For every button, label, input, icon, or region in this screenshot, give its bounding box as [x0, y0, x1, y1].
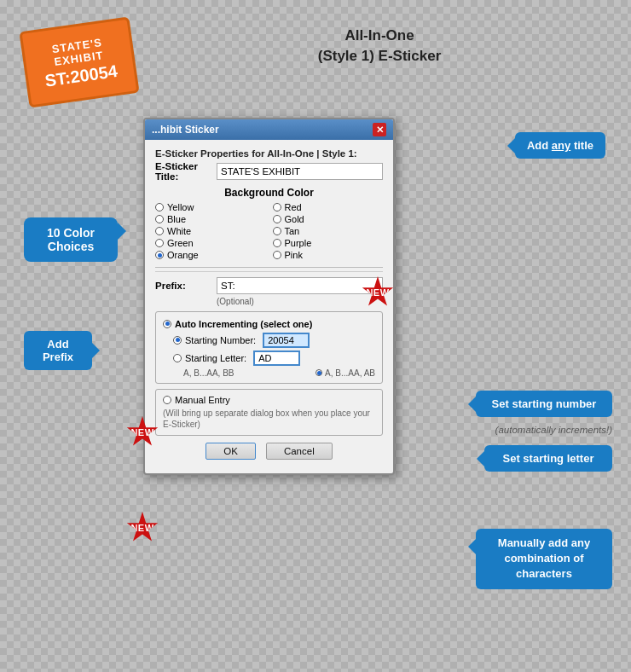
prefix-label: Prefix: — [155, 281, 217, 291]
new-badge-letter-text: NEW — [126, 416, 159, 449]
radio-pink[interactable] — [273, 251, 281, 259]
color-pink[interactable]: Pink — [273, 250, 384, 260]
color-green-label: Green — [167, 238, 194, 248]
color-tan-label: Tan — [285, 226, 300, 236]
color-white-label: White — [167, 226, 191, 236]
callout-title: Add any title — [515, 132, 605, 159]
color-yellow[interactable]: Yellow — [155, 202, 266, 212]
callout-title-text: Add any title — [527, 139, 593, 152]
callout-colors-text: 10 ColorChoices — [47, 226, 95, 253]
color-section: Background Color Yellow Red Blue Gold — [155, 187, 383, 260]
color-gold-label: Gold — [285, 214, 304, 224]
new-badge-colors: NEW — [362, 276, 394, 309]
radio-red[interactable] — [273, 203, 281, 211]
starting-number-label: Starting Number: — [185, 335, 256, 345]
starting-number-input[interactable] — [263, 333, 310, 348]
radio-manual[interactable] — [163, 396, 171, 404]
callout-manual: Manually add anycombination ofcharacters — [476, 529, 612, 589]
letter-options-row: A, B...AA, BB A, B...AA, AB — [183, 368, 375, 378]
color-red-label: Red — [285, 202, 302, 212]
new-badge-manual: NEW — [126, 512, 159, 544]
callout-prefix-text: AddPrefix — [43, 338, 73, 363]
radio-orange[interactable] — [155, 251, 164, 259]
callout-prefix: AddPrefix — [24, 331, 92, 370]
auto-increment-row: Auto Incrementing (select one) — [163, 319, 312, 329]
title-label: E-Sticker Title: — [155, 161, 217, 182]
letter-option1: A, B...AA, BB — [183, 368, 234, 378]
callout-start-number-text: Set starting number — [492, 397, 597, 410]
starting-number-row: Starting Number: — [173, 333, 375, 348]
dialog-window: ...hibit Sticker ✕ E-Sticker Properties … — [143, 118, 395, 475]
radio-starting-number[interactable] — [173, 336, 182, 345]
starting-letter-input[interactable] — [253, 350, 300, 366]
manual-section: Manual Entry (Will bring up separate dia… — [155, 389, 383, 436]
color-pink-label: Pink — [285, 250, 303, 260]
radio-gold[interactable] — [273, 215, 281, 223]
color-gold[interactable]: Gold — [273, 214, 384, 224]
radio-yellow[interactable] — [155, 203, 164, 211]
prefix-input[interactable] — [217, 277, 383, 294]
radio-starting-letter[interactable] — [173, 354, 182, 362]
auto-increment-text: Auto Incrementing (select one) — [175, 319, 312, 329]
manual-desc: (Will bring up separate dialog box when … — [163, 408, 375, 430]
color-section-title: Background Color — [155, 187, 383, 199]
color-purple-label: Purple — [285, 238, 312, 248]
prefix-row: Prefix: — [155, 277, 383, 294]
prefix-section: Prefix: (Optional) — [155, 271, 383, 306]
title-line1: All-In-One — [171, 26, 588, 46]
auto-increment-label: Auto Incrementing (select one) — [163, 317, 375, 329]
callout-start-letter: Set starting letter — [484, 445, 612, 472]
color-orange[interactable]: Orange — [155, 250, 266, 260]
color-orange-label: Orange — [167, 250, 199, 260]
radio-auto-increment[interactable] — [163, 320, 171, 328]
color-purple[interactable]: Purple — [273, 238, 384, 248]
starting-letter-row: Starting Letter: — [173, 350, 375, 366]
title-input[interactable] — [217, 163, 383, 180]
page-title: All-In-One (Style 1) E-Sticker — [171, 26, 588, 67]
ok-button[interactable]: OK — [206, 443, 256, 460]
color-grid: Yellow Red Blue Gold White — [155, 202, 383, 260]
new-badge-letter: NEW — [126, 416, 159, 449]
close-button[interactable]: ✕ — [373, 123, 386, 136]
exhibit-sticker: STATE'S EXHIBIT ST:20054 — [19, 16, 139, 107]
new-badge-colors-text: NEW — [362, 276, 394, 309]
color-white[interactable]: White — [155, 226, 266, 236]
divider1 — [155, 267, 383, 268]
callout-colors: 10 ColorChoices — [24, 217, 118, 262]
radio-blue[interactable] — [155, 215, 164, 223]
callout-manual-text: Manually add anycombination ofcharacters — [498, 536, 590, 580]
radio-white[interactable] — [155, 227, 164, 235]
auto-increments-label: (automatically increments!) — [495, 425, 612, 435]
title-line2: (Style 1) E-Sticker — [171, 46, 588, 67]
color-blue-label: Blue — [167, 214, 186, 224]
radio-tan[interactable] — [273, 227, 281, 235]
dialog-buttons: OK Cancel — [155, 443, 383, 465]
radio-purple[interactable] — [273, 239, 281, 247]
letter-option2: A, B...AA, AB — [316, 368, 375, 378]
manual-label: Manual Entry — [175, 395, 230, 405]
manual-row: Manual Entry — [163, 395, 375, 405]
prefix-optional: (Optional) — [217, 297, 383, 306]
title-row: E-Sticker Title: — [155, 161, 383, 182]
color-blue[interactable]: Blue — [155, 214, 266, 224]
dialog-titlebar: ...hibit Sticker ✕ — [145, 119, 393, 140]
color-green[interactable]: Green — [155, 238, 266, 248]
color-red[interactable]: Red — [273, 202, 384, 212]
new-badge-manual-text: NEW — [126, 512, 159, 544]
starting-letter-label: Starting Letter: — [185, 353, 246, 363]
color-tan[interactable]: Tan — [273, 226, 384, 236]
properties-label: E-Sticker Properties for All-In-One | St… — [155, 148, 383, 159]
cancel-button[interactable]: Cancel — [266, 443, 333, 460]
radio-green[interactable] — [155, 239, 164, 247]
radio-letter-opt2[interactable] — [316, 369, 322, 376]
dialog-body: E-Sticker Properties for All-In-One | St… — [145, 140, 393, 473]
auto-increment-section: Auto Incrementing (select one) Starting … — [155, 311, 383, 384]
dialog-title-text: ...hibit Sticker — [152, 124, 219, 136]
callout-start-letter-text: Set starting letter — [503, 452, 594, 465]
color-yellow-label: Yellow — [167, 202, 194, 212]
callout-start-number: Set starting number — [476, 391, 612, 417]
